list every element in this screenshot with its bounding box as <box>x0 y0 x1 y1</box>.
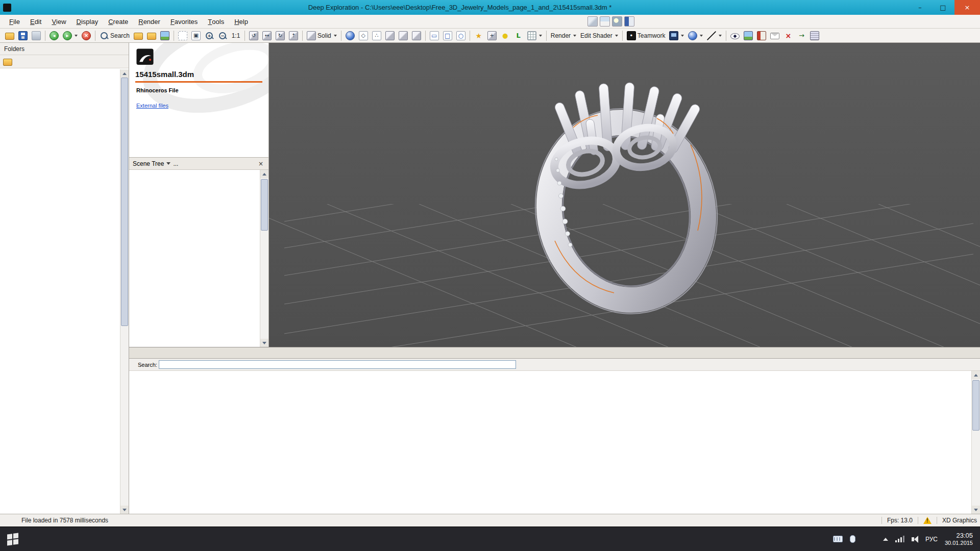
menu-item-tools[interactable]: Tools <box>203 15 229 28</box>
teamwork-badge-button[interactable]: •Teamwork <box>625 30 667 42</box>
scene-tree-more[interactable]: ... <box>173 160 178 167</box>
shade-points-button[interactable]: ∴ <box>371 30 383 42</box>
render-settings-icon[interactable] <box>612 16 622 27</box>
zoom-region-button[interactable]: ▣ <box>190 30 202 42</box>
layers-stack-button[interactable] <box>808 30 821 42</box>
save-floppy-button[interactable] <box>17 30 29 42</box>
render-button[interactable]: Render <box>549 30 578 42</box>
close-button[interactable]: × <box>954 0 980 15</box>
spin-view-button[interactable]: ↻ <box>274 30 286 42</box>
render-box-button[interactable] <box>384 30 396 42</box>
minimize-button[interactable]: – <box>909 0 932 15</box>
render-box-button[interactable] <box>397 30 409 42</box>
scrollbar-track[interactable] <box>972 379 980 506</box>
scene-tree-title[interactable]: Scene Tree <box>133 160 164 167</box>
lamp-button[interactable]: ● <box>499 30 511 42</box>
nav-forward-button[interactable]: ▸ <box>61 30 79 42</box>
folders-toolbar <box>0 55 129 68</box>
menu-item-help[interactable]: Help <box>229 15 253 28</box>
select-region-button[interactable] <box>177 30 189 42</box>
export-arrow-button[interactable]: → <box>795 30 807 42</box>
object-box-button[interactable]: □ <box>442 30 454 42</box>
folder-browse-icon <box>147 33 156 40</box>
shade-wire-button[interactable]: ◇ <box>357 30 370 42</box>
folders-scrollbar[interactable] <box>120 69 129 514</box>
menu-item-favorites[interactable]: Favorites <box>165 15 203 28</box>
menu-item-view[interactable]: View <box>46 15 71 28</box>
close-icon[interactable]: × <box>257 160 265 167</box>
language-indicator[interactable]: РУС <box>925 536 938 543</box>
magic-wand-button[interactable]: ★ <box>473 30 485 42</box>
zoom-out-button[interactable]: − <box>216 30 229 42</box>
library-scrollbar[interactable] <box>971 371 980 514</box>
zoom-in-button[interactable]: + <box>203 30 215 42</box>
desktop-screen: Deep Exploration - C:\Users\eee\Desktop\… <box>0 0 980 551</box>
menu-item-display[interactable]: Display <box>71 15 104 28</box>
panel-layout-icon[interactable] <box>587 16 598 27</box>
menu-item-render[interactable]: Render <box>133 15 165 28</box>
1-1-button[interactable]: 1:1 <box>230 30 242 42</box>
toolbar-separator <box>174 31 174 41</box>
nav-back-button[interactable]: ◂ <box>48 30 60 42</box>
scene-tree-scrollbar[interactable] <box>260 170 268 347</box>
tray-mouse-icon[interactable] <box>850 535 855 543</box>
scrollbar-thumb[interactable] <box>121 78 128 326</box>
draw-line-button[interactable] <box>705 30 723 42</box>
pan-view-button[interactable]: ↔ <box>261 30 273 42</box>
network-icon[interactable] <box>895 536 904 542</box>
folder-browse-button[interactable] <box>145 30 158 42</box>
scrollbar-track[interactable] <box>260 178 268 339</box>
start-button[interactable] <box>0 527 26 551</box>
clock[interactable]: 23:05 30.01.2015 <box>945 532 973 547</box>
scroll-up-icon[interactable] <box>260 170 268 178</box>
edit-shader-button[interactable]: Edit Shader <box>579 30 620 42</box>
axis-triad-button[interactable]: L <box>512 30 525 42</box>
scroll-down-icon[interactable] <box>972 506 980 514</box>
viewport-panes-icon[interactable] <box>624 16 634 27</box>
render-box-button[interactable] <box>410 30 423 42</box>
scroll-down-icon[interactable] <box>120 506 129 514</box>
scrollbar-track[interactable] <box>120 78 129 506</box>
shade-solid-button[interactable]: Solid <box>305 30 338 42</box>
publish-mail-button[interactable] <box>769 30 781 42</box>
snapshot-image-button[interactable] <box>742 30 754 42</box>
orbit-view-button[interactable]: ↺ <box>248 30 260 42</box>
cube-add-button[interactable]: + <box>486 30 498 42</box>
tray-expand-icon[interactable] <box>883 538 888 541</box>
toolbar-group <box>2 30 44 42</box>
monitor-share-button[interactable] <box>668 30 685 42</box>
tray-keyboard-icon[interactable] <box>833 536 843 542</box>
menu-item-file[interactable]: File <box>4 15 25 28</box>
grid-snap-button[interactable] <box>526 30 544 42</box>
library-content <box>129 371 971 514</box>
scroll-up-icon[interactable] <box>120 69 129 78</box>
external-files-link[interactable]: External files <box>136 103 168 109</box>
import-scene-button[interactable] <box>30 30 42 42</box>
object-sphere-icon: ○ <box>456 31 465 40</box>
scrollbar-thumb[interactable] <box>972 380 979 431</box>
folder-up-button[interactable] <box>132 30 144 42</box>
shade-sphere-button[interactable] <box>344 30 356 42</box>
object-sphere-button[interactable]: ○ <box>455 30 467 42</box>
open-folder-button[interactable] <box>4 30 16 42</box>
scroll-down-icon[interactable] <box>260 339 268 347</box>
menu-item-edit[interactable]: Edit <box>25 15 46 28</box>
menu-item-create[interactable]: Create <box>103 15 133 28</box>
uv-editor-icon[interactable] <box>600 16 610 27</box>
object-cylinder-button[interactable]: ▭ <box>428 30 440 42</box>
catalog-book-button[interactable] <box>755 30 768 42</box>
library-search-input[interactable] <box>159 360 516 369</box>
maximize-button[interactable]: □ <box>932 0 954 15</box>
scroll-up-icon[interactable] <box>972 371 980 379</box>
volume-icon[interactable] <box>912 536 918 543</box>
image-preview-button[interactable] <box>159 30 171 42</box>
visibility-eye-button[interactable] <box>729 30 741 42</box>
scrollbar-thumb[interactable] <box>261 179 268 231</box>
material-sphere-button[interactable] <box>687 30 704 42</box>
search-magnifier-button[interactable]: Search <box>98 30 131 42</box>
nav-stop-button[interactable]: × <box>80 30 92 42</box>
delete-cross-button[interactable]: × <box>782 30 794 42</box>
walk-view-button[interactable]: ⇡ <box>287 30 300 42</box>
viewport-3d[interactable] <box>269 43 980 347</box>
chevron-down-icon[interactable] <box>166 162 170 165</box>
